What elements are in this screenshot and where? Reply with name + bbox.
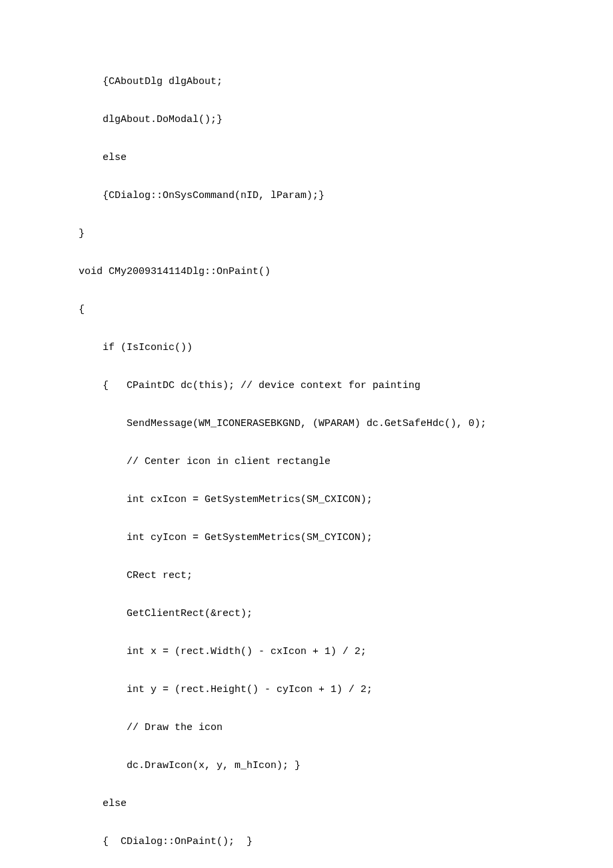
code-line: { CPaintDC dc(this); // device context f… xyxy=(79,377,613,396)
code-line: dlgAbout.DoModal();} xyxy=(79,111,613,130)
code-line: else xyxy=(79,149,613,168)
code-line: { CDialog::OnPaint(); } xyxy=(79,833,613,852)
code-page: {CAboutDlg dlgAbout; dlgAbout.DoModal();… xyxy=(0,0,613,868)
code-line: if (IsIconic()) xyxy=(79,339,613,358)
code-line: int y = (rect.Height() - cyIcon + 1) / 2… xyxy=(79,681,613,700)
code-line: SendMessage(WM_ICONERASEBKGND, (WPARAM) … xyxy=(79,415,613,434)
code-line: int cyIcon = GetSystemMetrics(SM_CYICON)… xyxy=(79,529,613,548)
code-line: else xyxy=(79,795,613,814)
code-line: // Center icon in client rectangle xyxy=(79,453,613,472)
code-line: CRect rect; xyxy=(79,567,613,586)
code-line: } xyxy=(79,225,613,244)
code-line: {CDialog::OnSysCommand(nID, lParam);} xyxy=(79,187,613,206)
code-line: void CMy2009314114Dlg::OnPaint() xyxy=(79,263,613,282)
code-line: GetClientRect(&rect); xyxy=(79,605,613,624)
code-line: {CAboutDlg dlgAbout; xyxy=(79,73,613,92)
code-line: dc.DrawIcon(x, y, m_hIcon); } xyxy=(79,757,613,776)
code-line: int x = (rect.Width() - cxIcon + 1) / 2; xyxy=(79,643,613,662)
code-line: { xyxy=(79,301,613,320)
code-line: int cxIcon = GetSystemMetrics(SM_CXICON)… xyxy=(79,491,613,510)
code-line: // Draw the icon xyxy=(79,719,613,738)
